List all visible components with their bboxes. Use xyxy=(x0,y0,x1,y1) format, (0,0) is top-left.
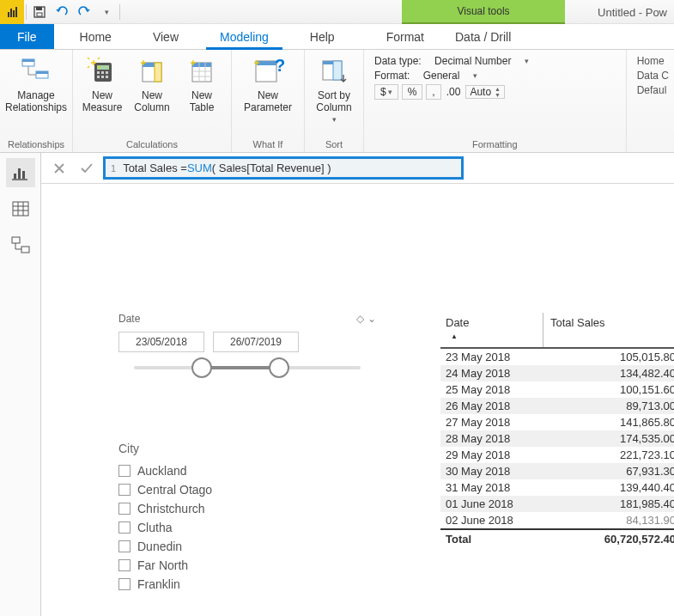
group-relationships: Manage Relationships Relationships xyxy=(0,50,73,152)
svg-rect-10 xyxy=(101,71,104,74)
thousands-button[interactable]: , xyxy=(426,84,440,100)
group-whatif: ? New Parameter What If xyxy=(232,50,305,152)
caret-down-icon: ▾ xyxy=(105,8,109,16)
new-table-button[interactable]: New Table xyxy=(178,53,226,114)
city-item[interactable]: Franklin xyxy=(118,577,342,591)
undo-button[interactable] xyxy=(51,0,73,24)
svg-rect-32 xyxy=(22,171,25,179)
qat-customize[interactable]: ▾ xyxy=(95,0,118,24)
decimals-stepper[interactable]: Auto▲▼ xyxy=(465,85,505,99)
checkbox[interactable] xyxy=(118,503,131,515)
svg-rect-29 xyxy=(333,61,342,80)
svg-rect-13 xyxy=(101,76,104,78)
date-slicer[interactable]: Date ◇ ⌄ 23/05/2018 26/07/2019 xyxy=(118,313,376,369)
cell-value: 141,865.80 xyxy=(543,414,674,430)
svg-rect-9 xyxy=(97,71,100,74)
formula-function: SUM xyxy=(187,162,212,174)
model-view-button[interactable] xyxy=(6,230,35,259)
table-row[interactable]: 31 May 2018139,440.40 xyxy=(440,479,674,496)
percent-button[interactable]: % xyxy=(402,84,423,100)
svg-text:?: ? xyxy=(275,56,285,75)
city-item[interactable]: Clutha xyxy=(118,521,342,534)
tab-modeling[interactable]: Modeling xyxy=(199,24,289,49)
table-row[interactable]: 27 May 2018141,865.80 xyxy=(440,414,674,430)
formula-input[interactable]: 1 Total Sales = SUM( Sales[Total Revenue… xyxy=(103,156,464,180)
svg-rect-34 xyxy=(13,202,28,216)
sales-table[interactable]: Date▲ Total Sales 23 May 2018105,015.802… xyxy=(440,313,674,548)
cell-date: 26 May 2018 xyxy=(440,398,543,414)
new-column-button[interactable]: New Column xyxy=(128,53,176,114)
cell-date: 25 May 2018 xyxy=(440,381,543,398)
sort-by-column-button[interactable]: Sort by Column xyxy=(310,53,358,124)
report-view-button[interactable] xyxy=(6,158,35,187)
sort-icon xyxy=(319,55,349,86)
cell-value: 181,985.40 xyxy=(543,496,674,512)
parameter-icon: ? xyxy=(252,55,283,86)
svg-rect-2 xyxy=(37,13,42,16)
tab-help[interactable]: Help xyxy=(289,24,355,49)
city-item[interactable]: Auckland xyxy=(118,464,342,478)
datatype-dropdown[interactable]: Data type: Decimal Number ▾ xyxy=(374,55,616,67)
date-from-input[interactable]: 23/05/2018 xyxy=(118,332,204,352)
save-button[interactable] xyxy=(28,0,51,24)
group-formatting: Data type: Decimal Number ▾ Format: Gene… xyxy=(364,50,627,152)
manage-relationships-button[interactable]: Manage Relationships xyxy=(5,53,67,114)
checkbox[interactable] xyxy=(118,559,131,571)
table-row[interactable]: 23 May 2018105,015.80 xyxy=(440,349,674,365)
city-item[interactable]: Christchurch xyxy=(118,502,342,515)
cell-date: 30 May 2018 xyxy=(440,463,543,479)
checkbox[interactable] xyxy=(118,521,131,534)
date-slider[interactable] xyxy=(134,366,361,369)
city-slicer-title: City xyxy=(118,442,342,455)
city-item[interactable]: Far North xyxy=(118,558,342,572)
city-item[interactable]: Dunedin xyxy=(118,540,342,553)
city-slicer[interactable]: City AucklandCentral OtagoChristchurchCl… xyxy=(118,442,342,591)
slicer-dropdown-icon[interactable]: ⌄ xyxy=(367,313,376,325)
format-dropdown[interactable]: Format: General ▾ xyxy=(374,70,616,82)
tab-format[interactable]: Format xyxy=(371,24,440,49)
eraser-icon[interactable]: ◇ xyxy=(356,313,364,325)
svg-rect-40 xyxy=(21,247,29,253)
cell-value: 174,535.00 xyxy=(543,430,674,447)
new-measure-button[interactable]: New Measure xyxy=(78,53,126,114)
checkbox[interactable] xyxy=(118,578,131,590)
tab-data-drill[interactable]: Data / Drill xyxy=(440,24,526,49)
tab-view[interactable]: View xyxy=(132,24,199,49)
table-row[interactable]: 24 May 2018134,482.40 xyxy=(440,365,674,381)
svg-rect-11 xyxy=(106,71,108,74)
cell-value: 134,482.40 xyxy=(543,365,674,381)
table-row[interactable]: 25 May 2018100,151.60 xyxy=(440,381,674,398)
date-to-input[interactable]: 26/07/2019 xyxy=(213,332,299,352)
table-row[interactable]: 30 May 201867,931.30 xyxy=(440,463,674,479)
table-row[interactable]: 02 June 201884,131.90 xyxy=(440,512,674,528)
checkbox[interactable] xyxy=(118,540,131,552)
currency-button[interactable]: $▾ xyxy=(374,84,398,100)
tab-file[interactable]: File xyxy=(0,24,54,49)
city-label: Clutha xyxy=(137,521,172,534)
visuals-area[interactable]: Date ◇ ⌄ 23/05/2018 26/07/2019 xyxy=(41,184,674,616)
table-row[interactable]: 01 June 2018181,985.40 xyxy=(440,496,674,512)
svg-rect-14 xyxy=(106,76,108,78)
city-item[interactable]: Central Otago xyxy=(118,483,342,497)
data-view-button[interactable] xyxy=(6,194,35,223)
cell-value: 105,015.80 xyxy=(543,349,674,365)
cell-value: 89,713.00 xyxy=(543,398,674,414)
formula-cancel-button[interactable] xyxy=(48,157,70,180)
table-row[interactable]: 29 May 2018221,723.10 xyxy=(440,447,674,463)
svg-rect-39 xyxy=(12,237,20,243)
new-parameter-button[interactable]: ? New Parameter xyxy=(237,53,299,114)
table-row[interactable]: 26 May 201889,713.00 xyxy=(440,398,674,414)
formula-commit-button[interactable] xyxy=(76,157,98,180)
table-row[interactable]: 28 May 2018174,535.00 xyxy=(440,430,674,447)
checkbox[interactable] xyxy=(118,465,131,477)
ribbon: Manage Relationships Relationships New M… xyxy=(0,50,674,153)
table-header: Date▲ Total Sales xyxy=(440,313,674,349)
tab-home[interactable]: Home xyxy=(59,24,132,49)
redo-button[interactable] xyxy=(73,0,95,24)
sort-asc-icon[interactable]: ▲ xyxy=(446,329,537,344)
checkbox[interactable] xyxy=(118,484,131,496)
data-view-icon xyxy=(12,201,29,217)
slider-thumb-end[interactable] xyxy=(269,357,289,378)
svg-rect-19 xyxy=(192,63,211,67)
slider-thumb-start[interactable] xyxy=(191,357,212,378)
